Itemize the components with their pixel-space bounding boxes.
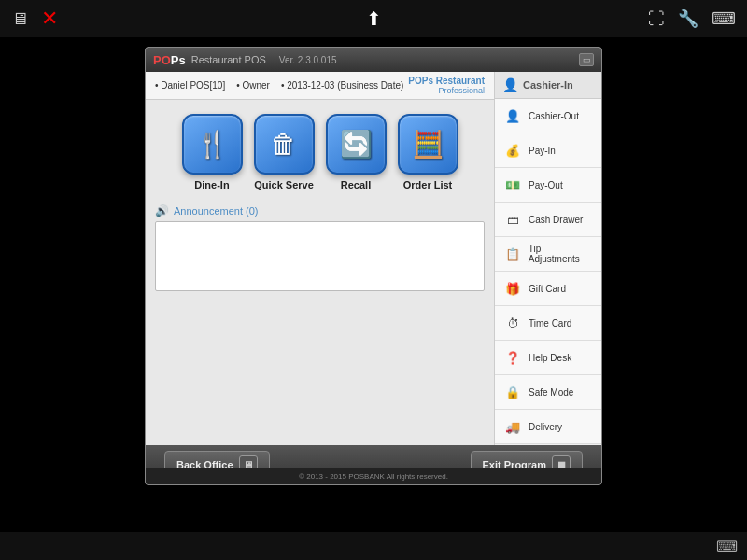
logo-po: PO xyxy=(153,53,171,67)
main-window: POPs Restaurant POS Ver. 2.3.0.015 ▭ • D… xyxy=(145,47,602,485)
cashier-in-icon: 👤 xyxy=(502,77,518,92)
recall-button[interactable]: 🔄 Recall xyxy=(326,114,387,190)
sidebar-item-pay-in[interactable]: 💰 Pay-In xyxy=(495,133,601,168)
keyboard-top-icon[interactable]: ⌨ xyxy=(712,8,736,29)
delivery-label: Delivery xyxy=(529,422,562,432)
maximize-button[interactable]: ▭ xyxy=(579,53,594,66)
app-name: POPs Restaurant xyxy=(408,76,485,86)
info-bar: • Daniel POS[10] • Owner • 2013-12-03 (B… xyxy=(146,72,494,100)
taskbar-center: ⬆ xyxy=(366,7,382,30)
order-list-button[interactable]: 🧮 Order List xyxy=(398,114,458,190)
time-card-label: Time Card xyxy=(529,318,571,329)
monitor-icon[interactable]: 🖥 xyxy=(11,9,28,29)
safe-mode-label: Safe Mode xyxy=(529,387,573,398)
sidebar-item-cash-drawer[interactable]: 🗃 Cash Drawer xyxy=(495,203,601,237)
announcement-box xyxy=(155,221,485,291)
order-list-label: Order List xyxy=(403,179,453,190)
wrench-icon[interactable]: 🔧 xyxy=(678,8,698,29)
bottom-taskbar: ⌨ xyxy=(0,532,747,560)
app-subtitle: Professional xyxy=(408,86,485,95)
help-desk-label: Help Desk xyxy=(529,353,571,363)
info-bar-left: • Daniel POS[10] • Owner • 2013-12-03 (B… xyxy=(155,80,403,91)
delivery-icon: 🚚 xyxy=(502,416,523,437)
close-icon[interactable]: ✕ xyxy=(41,7,58,31)
sidebar-item-tip-adjustments[interactable]: 📋 Tip Adjustments xyxy=(495,237,601,272)
left-panel: • Daniel POS[10] • Owner • 2013-12-03 (B… xyxy=(146,72,494,484)
cashier-out-icon: 👤 xyxy=(502,105,523,126)
right-sidebar: 👤 Cashier-In 👤 Cashier-Out 💰 Pay-In 💵 Pa… xyxy=(494,72,601,484)
user-label: • Owner xyxy=(236,80,270,91)
upload-icon[interactable]: ⬆ xyxy=(366,8,382,29)
pay-in-label: Pay-In xyxy=(529,146,556,156)
pay-out-label: Pay-Out xyxy=(529,180,563,190)
keyboard-bottom-icon[interactable]: ⌨ xyxy=(716,538,738,555)
taskbar-right: ⛶ 🔧 ⌨ xyxy=(648,8,736,29)
sidebar-item-safe-mode[interactable]: 🔒 Safe Mode xyxy=(495,375,601,410)
tip-adjustments-label: Tip Adjustments xyxy=(529,244,594,264)
sidebar-item-pay-out[interactable]: 💵 Pay-Out xyxy=(495,168,601,203)
resize-icon[interactable]: ⛶ xyxy=(648,9,665,29)
date-label: • 2013-12-03 (Business Date) xyxy=(281,80,403,91)
help-desk-icon: ❓ xyxy=(502,347,523,368)
info-bar-right: POPs Restaurant Professional xyxy=(408,76,485,95)
copyright-text: © 2013 - 2015 POSBANK All rights reserve… xyxy=(299,472,448,481)
dine-in-icon: 🍴 xyxy=(182,114,243,175)
order-list-icon: 🧮 xyxy=(398,114,458,175)
pay-in-icon: 💰 xyxy=(502,140,523,161)
taskbar-left: 🖥 ✕ xyxy=(11,7,58,31)
speaker-icon: 🔊 xyxy=(155,204,169,217)
recall-label: Recall xyxy=(341,179,371,190)
window-content: • Daniel POS[10] • Owner • 2013-12-03 (B… xyxy=(146,72,601,484)
pay-out-icon: 💵 xyxy=(502,175,523,195)
station-label: • Daniel POS[10] xyxy=(155,80,225,91)
window-titlebar: POPs Restaurant POS Ver. 2.3.0.015 ▭ xyxy=(146,48,601,72)
quick-serve-button[interactable]: 🗑 Quick Serve xyxy=(254,114,315,190)
quick-serve-icon: 🗑 xyxy=(254,114,315,175)
dine-in-label: Dine-In xyxy=(194,179,229,190)
app-logo: POPs xyxy=(153,53,186,67)
announcement-header: 🔊 Announcement (0) xyxy=(155,204,485,217)
tip-adjustments-icon: 📋 xyxy=(502,244,523,264)
announcement-section: 🔊 Announcement (0) xyxy=(146,204,494,291)
menu-buttons-area: 🍴 Dine-In 🗑 Quick Serve 🔄 Recall 🧮 Order… xyxy=(146,100,494,204)
quick-serve-label: Quick Serve xyxy=(254,179,314,190)
cash-drawer-icon: 🗃 xyxy=(502,209,523,230)
dine-in-button[interactable]: 🍴 Dine-In xyxy=(182,114,243,190)
sidebar-item-gift-card[interactable]: 🎁 Gift Card xyxy=(495,272,601,306)
sidebar-header: 👤 Cashier-In xyxy=(495,72,601,99)
sidebar-item-help-desk[interactable]: ❓ Help Desk xyxy=(495,341,601,375)
cashier-out-label: Cashier-Out xyxy=(529,111,579,121)
cash-drawer-label: Cash Drawer xyxy=(529,215,583,225)
time-card-icon: ⏱ xyxy=(502,313,523,333)
version-label: Ver. 2.3.0.015 xyxy=(279,55,337,65)
logo-ps: Ps xyxy=(171,53,186,67)
window-controls: ▭ xyxy=(579,53,594,66)
gift-card-icon: 🎁 xyxy=(502,278,523,299)
copyright-bar: © 2013 - 2015 POSBANK All rights reserve… xyxy=(146,468,494,484)
announcement-label: Announcement (0) xyxy=(174,205,259,217)
top-taskbar: 🖥 ✕ ⬆ ⛶ 🔧 ⌨ xyxy=(0,0,747,37)
window-title-left: POPs Restaurant POS Ver. 2.3.0.015 xyxy=(153,53,337,67)
sidebar-item-time-card[interactable]: ⏱ Time Card xyxy=(495,306,601,341)
restaurant-pos-label: Restaurant POS xyxy=(191,54,266,65)
sidebar-item-cashier-out[interactable]: 👤 Cashier-Out xyxy=(495,99,601,133)
recall-icon: 🔄 xyxy=(326,114,387,175)
gift-card-label: Gift Card xyxy=(529,284,566,294)
sidebar-item-delivery[interactable]: 🚚 Delivery xyxy=(495,410,601,444)
sidebar-header-label: Cashier-In xyxy=(523,79,573,91)
safe-mode-icon: 🔒 xyxy=(502,382,523,402)
